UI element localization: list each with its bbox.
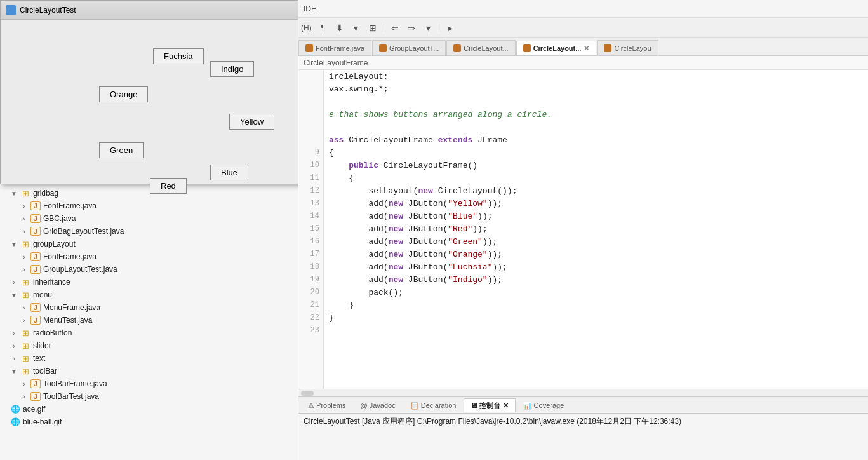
toolbar-btn-back[interactable]: ⇐ [387,20,403,36]
yellow-button[interactable]: Yellow [229,114,274,130]
toolbar-btn-dropdown[interactable]: ▾ [349,20,364,36]
tree-item-toolbarframe[interactable]: › J ToolBarFrame.java [0,377,298,390]
tree-item-toolbartest[interactable]: › J ToolBarTest.java [0,390,298,403]
green-button[interactable]: Green [99,142,144,158]
java-icon: J [30,226,41,236]
folder-icon: ⊞ [20,328,30,338]
horizontal-scrollbar[interactable] [298,389,868,396]
toolbar-btn-nav[interactable]: ⊞ [365,20,380,36]
tab-circlelayout2[interactable]: CircleLayout... ✕ [516,41,597,56]
folder-icon: ⊞ [20,366,30,376]
line-num: 22 [298,311,323,324]
tree-item-acegif[interactable]: 🌐 ace.gif [0,403,298,416]
tree-item-gridbag[interactable]: ▼ ⊞ gridbag [0,187,298,200]
bottom-panel: ⚠ Problems @ Javadoc 📋 Declaration 🖥 控制台… [298,396,868,460]
chevron-icon: › [10,330,18,337]
folder-icon: ⊞ [20,188,30,198]
orange-button[interactable]: Orange [99,86,148,102]
tab-fontframe[interactable]: FontFrame.java [298,40,371,55]
bottom-tab-problems[interactable]: ⚠ Problems [301,399,353,412]
tree-item-menu[interactable]: ▼ ⊞ menu [0,288,298,301]
folder-icon: ⊞ [20,353,30,363]
line-num: 9 [298,146,323,159]
ide-topbar: IDE [298,0,868,18]
tab-label: CircleLayout... [533,44,582,52]
bottom-tab-declaration[interactable]: 📋 Declaration [403,399,464,412]
tree-item-menutest[interactable]: › J MenuTest.java [0,314,298,327]
indigo-button[interactable]: Indigo [210,61,254,77]
tree-item-gridbagtest[interactable]: › J GridBagLayoutTest.java [0,225,298,238]
tab-grouplayout[interactable]: GroupLayoutT... [372,40,446,55]
tree-item-text[interactable]: › ⊞ text [0,352,298,365]
tree-item-slider[interactable]: › ⊞ slider [0,339,298,352]
bottom-tab-console[interactable]: 🖥 控制台 ✕ [464,398,515,412]
line-num: 15 [298,222,323,235]
app-icon [6,5,16,15]
code-line: add(new JButton("Blue")); [329,210,863,222]
code-content[interactable]: ircleLayout; vax.swing.*; e that shows b… [324,70,868,389]
line-num [298,121,323,133]
code-line: add(new JButton("Yellow")); [329,197,863,210]
file-tree: ▼ ⊞ gridbag › J FontFrame.java › J GBC.j… [0,187,298,428]
code-line: pack(); [329,286,863,299]
tree-label: inheritance [33,278,70,287]
bottom-tab-coverage[interactable]: 📊 Coverage [516,399,571,412]
code-area[interactable]: 9 10 11 12 13 14 15 16 17 18 19 20 21 22… [298,70,868,389]
app-title: CircleLayoutTest [6,5,76,15]
tree-item-blueballgif[interactable]: 🌐 blue-ball.gif [0,416,298,428]
tree-item-gbc[interactable]: › J GBC.java [0,212,298,225]
tree-item-fontframe-1[interactable]: › J FontFrame.java [0,200,298,212]
tree-item-menuframe[interactable]: › J MenuFrame.java [0,301,298,314]
tab-label: @ Javadoc [361,402,396,409]
java-icon: J [30,213,41,224]
tree-item-inheritance[interactable]: › ⊞ inheritance [0,276,298,288]
tab-label: ⚠ Problems [308,402,346,409]
scroll-thumb[interactable] [301,391,314,396]
chevron-icon: › [20,254,28,260]
tab-circlelayout1[interactable]: CircleLayout... [446,40,515,55]
chevron-icon: › [20,203,28,210]
tab-icon [379,44,387,52]
tree-item-radiobutton[interactable]: › ⊞ radioButton [0,327,298,339]
chevron-icon: › [20,381,28,388]
app-titlebar: CircleLayoutTest — ☐ ✕ [1,1,298,20]
line-num: 19 [298,273,323,286]
line-num: 14 [298,210,323,222]
tree-label: toolBar [33,367,57,375]
breadcrumb: CircleLayoutFrame [298,56,868,70]
toolbar-btn-forward[interactable]: ⇒ [404,20,419,36]
line-num [298,133,323,146]
tree-item-fontframe-2[interactable]: › J FontFrame.java [0,250,298,263]
ide-topbar-text: IDE [304,4,316,13]
tree-label: slider [33,341,51,350]
tree-item-grouplayout[interactable]: ▼ ⊞ groupLayout [0,238,298,250]
tree-label: blue-ball.gif [23,417,62,426]
red-button[interactable]: Red [150,178,187,194]
folder-icon: ⊞ [20,290,30,300]
line-num: 11 [298,172,323,184]
chevron-icon: › [20,393,28,400]
toolbar-btn-down[interactable]: ⬇ [332,20,347,36]
toolbar-btn-more[interactable]: ▸ [443,20,458,36]
tab-close-icon[interactable]: ✕ [584,44,589,53]
shortcut-text: (H) [301,24,312,32]
blue-button[interactable]: Blue [210,165,248,180]
java-icon: J [30,264,41,274]
bottom-tab-javadoc[interactable]: @ Javadoc [354,399,403,411]
tree-item-toolbar[interactable]: ▼ ⊞ toolBar [0,365,298,377]
tab-label: CircleLayou [614,44,651,52]
bottom-content: CircleLayoutTest [Java 应用程序] C:\Program … [298,414,868,460]
fuchsia-button[interactable]: Fuchsia [153,48,204,64]
tab-circlelayout3[interactable]: CircleLayou [597,40,658,55]
line-num: 13 [298,197,323,210]
tree-item-grouplayouttest[interactable]: › J GroupLayoutTest.java [0,263,298,276]
line-num: 21 [298,299,323,311]
toolbar-btn-paragraph[interactable]: ¶ [316,20,331,36]
code-line: setLayout(new CircleLayout()); [329,184,863,197]
tree-label: FontFrame.java [43,252,97,261]
tab-icon [305,44,313,52]
toolbar-btn-dropdown2[interactable]: ▾ [420,20,436,36]
code-line: add(new JButton("Green")); [329,235,863,248]
code-line: } [329,311,863,324]
chevron-icon: ▼ [10,292,18,299]
